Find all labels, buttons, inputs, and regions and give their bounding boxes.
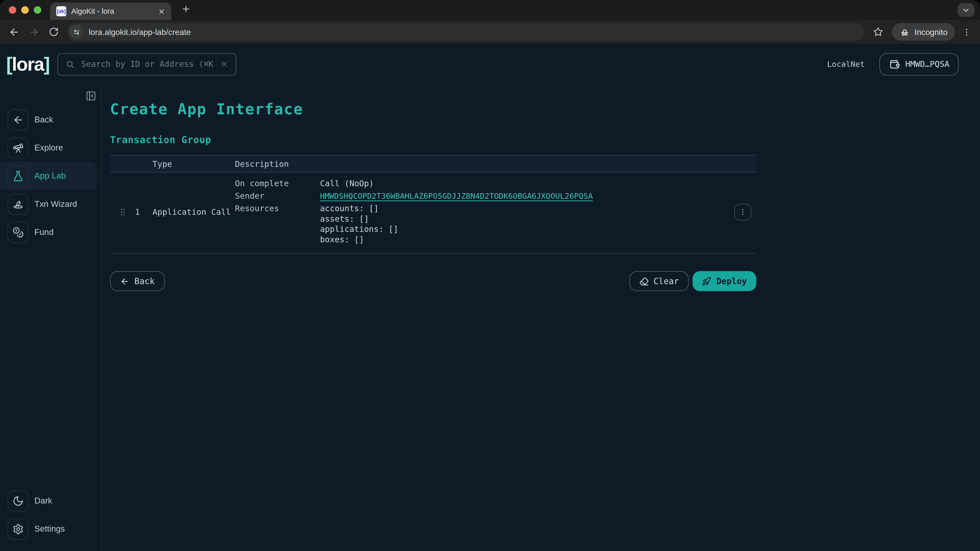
sidebar-bottom: Dark Settings [0,487,101,551]
tab-favicon: [ak] [56,6,66,16]
transaction-row: 1 Application Call On complete Call (NoO… [110,172,756,254]
field-resources: Resources accounts: [] assets: [] applic… [235,203,721,245]
flask-icon [7,165,29,186]
section-title: Transaction Group [110,135,980,146]
sidebar-item-theme-dark[interactable]: Dark [0,487,101,515]
bookmark-star-icon[interactable] [870,23,887,41]
minimize-window-button[interactable] [21,6,29,14]
gear-icon [7,518,29,539]
app-header: [lora] LocalNet HMWD…PQSA [0,44,980,84]
clear-button[interactable]: Clear [629,271,689,291]
transaction-index: 1 [135,207,153,217]
incognito-badge: Incognito [892,23,955,41]
sidebar: Back Explore App Lab [0,84,102,551]
sidebar-item-label: Txn Wizard [35,199,77,209]
coins-icon [7,221,29,243]
browser-toolbar: lora.algokit.io/app-lab/create Incognito [0,20,980,44]
clear-search-icon[interactable] [220,60,228,68]
sidebar-item-label: Fund [35,227,54,237]
wallet-button[interactable]: HMWD…PQSA [879,53,959,75]
back-button-label: Back [135,276,155,286]
resources-accounts: accounts: [] [320,203,721,214]
close-window-button[interactable] [9,6,16,14]
search-box[interactable] [57,53,236,75]
incognito-icon [900,27,910,37]
arrow-left-icon [7,109,29,130]
sidebar-item-label: Settings [35,524,65,534]
sidebar-item-app-lab[interactable]: App Lab [0,162,97,190]
search-icon [65,60,74,68]
table-header-row: Type Description [110,155,756,172]
browser-tab[interactable]: [ak] AlgoKit - lora [50,3,171,20]
field-label: Sender [235,191,320,200]
column-header-description: Description [235,159,320,168]
moon-icon [7,490,29,511]
sidebar-item-explore[interactable]: Explore [0,134,101,162]
traffic-lights [9,6,41,14]
browser-menu-icon[interactable] [959,23,974,41]
telescope-icon [7,137,29,159]
drag-handle-icon[interactable] [118,207,127,217]
field-label: On complete [235,179,320,188]
clear-button-label: Clear [654,276,679,286]
new-tab-button[interactable] [179,2,192,16]
wallet-address-short: HMWD…PQSA [905,59,950,69]
eraser-icon [639,276,649,286]
field-label: Resources [235,203,320,245]
tab-strip: [ak] AlgoKit - lora [0,0,980,20]
deploy-button-label: Deploy [716,276,747,286]
transaction-description: On complete Call (NoOp) Sender HMWDSHQCO… [235,179,721,245]
tab-title: AlgoKit - lora [71,7,152,16]
sidebar-nav: Back Explore App Lab [0,106,101,246]
forward-navigation-icon[interactable] [25,23,43,41]
sender-address-link[interactable]: HMWDSHQCOPD2T36WBAHLAZ6PO5GDJJZBN4D2TODK… [320,191,593,200]
sidebar-item-label: Back [35,115,53,124]
network-label[interactable]: LocalNet [827,59,865,69]
resources-assets: assets: [] [320,214,721,224]
field-value: Call (NoOp) [320,179,721,188]
logo-word: lora [12,53,44,74]
row-menu-button[interactable] [735,203,751,220]
tab-close-icon[interactable] [156,6,166,16]
field-sender: Sender HMWDSHQCOPD2T36WBAHLAZ6PO5GDJJZBN… [235,191,721,200]
sidebar-item-label: Dark [35,496,52,505]
sidebar-item-settings[interactable]: Settings [0,515,101,543]
arrow-left-icon [120,276,129,286]
sidebar-item-fund[interactable]: Fund [0,218,101,246]
sidebar-item-txn-wizard[interactable]: Txn Wizard [0,190,101,218]
url-text: lora.algokit.io/app-lab/create [89,27,191,37]
reload-icon[interactable] [45,23,62,41]
deploy-button[interactable]: Deploy [693,271,756,291]
address-bar[interactable]: lora.algokit.io/app-lab/create [67,23,864,41]
field-on-complete: On complete Call (NoOp) [235,179,721,188]
browser-window: [ak] AlgoKit - lora [0,0,980,551]
resources-applications: applications: [] [320,224,721,234]
zoom-window-button[interactable] [34,6,41,14]
resources-value: accounts: [] assets: [] applications: []… [320,203,721,245]
column-header-type: Type [153,159,235,168]
main-content: Create App Interface Transaction Group T… [102,84,980,551]
rocket-icon [702,276,711,286]
ellipsis-vertical-icon [739,208,747,216]
logo-open-bracket: [ [6,53,12,74]
sidebar-item-label: App Lab [35,171,66,181]
sidebar-item-label: Explore [35,143,63,152]
tab-search-button[interactable] [958,3,974,17]
page-title: Create App Interface [110,100,980,118]
sidebar-item-back[interactable]: Back [0,106,101,134]
resources-boxes: boxes: [] [320,235,721,245]
logo-close-bracket: ] [44,53,49,74]
back-button[interactable]: Back [110,271,165,291]
back-navigation-icon[interactable] [5,23,23,41]
footer-actions: Back Clear Deploy [110,271,756,291]
site-settings-icon[interactable] [69,25,83,39]
actions-right: Clear Deploy [629,271,756,291]
wizard-hat-icon [7,193,29,214]
incognito-label: Incognito [915,27,947,37]
transaction-group-table: Type Description 1 Application Call [110,155,756,254]
transaction-type: Application Call [153,207,235,217]
collapse-sidebar-icon[interactable] [85,90,96,101]
search-input[interactable] [80,59,215,69]
wallet-icon [888,59,900,70]
lora-logo[interactable]: [lora] [6,53,49,75]
